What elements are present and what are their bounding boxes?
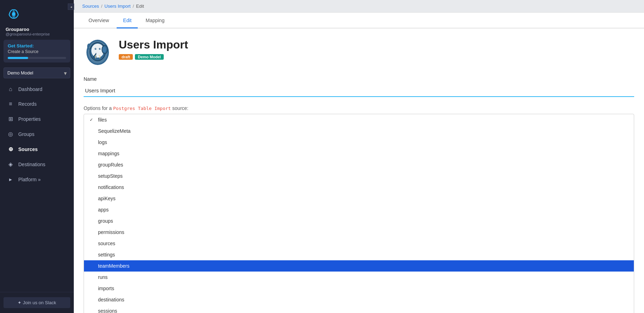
breadcrumb-current: Edit — [136, 4, 144, 9]
list-item[interactable]: apps — [84, 204, 634, 215]
dropdown-item-label: setupSteps — [98, 173, 123, 179]
list-item[interactable]: settings — [84, 249, 634, 260]
name-label: Name — [84, 76, 634, 82]
dropdown-item-label: teamMembers — [98, 263, 129, 269]
sidebar-collapse-button[interactable]: ◂ — [68, 4, 74, 10]
dropdown-item-label: destinations — [98, 297, 124, 302]
progress-bar-background — [8, 57, 66, 59]
sidebar-user-info: Grouparoo @grouparoo/ui-enterprise — [0, 25, 74, 40]
tab-edit[interactable]: Edit — [117, 13, 138, 28]
list-item[interactable]: sessions — [84, 305, 634, 313]
dropdown-item-label: notifications — [98, 184, 124, 190]
sidebar-item-label: Properties — [18, 116, 41, 122]
svg-point-9 — [100, 48, 100, 49]
list-item[interactable]: permissions — [84, 227, 634, 238]
sidebar-item-platform[interactable]: ▸ Platform » — [0, 172, 74, 187]
user-handle: @grouparoo/ui-enterprise — [6, 32, 68, 36]
svg-point-8 — [96, 48, 96, 49]
sidebar-item-sources[interactable]: ⊕ Sources — [0, 142, 74, 157]
sidebar-footer: ✦ Join us on Slack — [0, 292, 74, 313]
sidebar-header: ◂ — [0, 0, 74, 25]
tab-mapping[interactable]: Mapping — [139, 13, 171, 28]
dropdown-item-label: mappings — [98, 151, 119, 156]
dropdown-item-label: SequelizeMeta — [98, 128, 131, 134]
get-started-box: Get Started: Create a Source — [4, 40, 70, 63]
dropdown-item-label: sources — [98, 241, 115, 246]
options-label-suffix: source: — [172, 105, 188, 111]
get-started-subtitle: Create a Source — [8, 49, 66, 54]
dropdown-item-label: settings — [98, 252, 115, 257]
list-item[interactable]: groups — [84, 215, 634, 227]
badge-draft: draft — [119, 54, 133, 60]
sidebar-nav: ⌂ Dashboard ≡ Records ⊞ Properties ◎ Gro… — [0, 82, 74, 292]
list-item[interactable]: teamMembers — [84, 260, 634, 272]
user-name: Grouparoo — [6, 27, 68, 32]
list-item[interactable]: sources — [84, 238, 634, 249]
list-item[interactable]: groupRules — [84, 159, 634, 170]
dropdown-item-label: imports — [98, 286, 114, 291]
get-started-title: Get Started: — [8, 43, 66, 48]
name-form-section: Name — [84, 76, 634, 97]
list-item[interactable]: SequelizeMeta — [84, 125, 634, 137]
model-select[interactable]: Demo Model Other Model — [4, 67, 70, 78]
dropdown-item-label: apiKeys — [98, 196, 116, 201]
source-header: Users Import draft Demo Model — [84, 38, 634, 66]
list-item[interactable]: apiKeys — [84, 193, 634, 204]
dropdown-item-label: permissions — [98, 229, 124, 235]
records-icon: ≡ — [7, 101, 14, 107]
dropdown-item-label: groupRules — [98, 162, 123, 168]
destinations-icon: ◈ — [7, 161, 14, 168]
grouparoo-logo — [6, 5, 22, 21]
sidebar-item-destinations[interactable]: ◈ Destinations — [0, 157, 74, 172]
svg-point-11 — [103, 47, 106, 52]
source-title: Users Import — [119, 38, 188, 51]
content-area: Users Import draft Demo Model Name Optio… — [74, 28, 644, 313]
dropdown-item-label: groups — [98, 218, 113, 224]
breadcrumb-sources[interactable]: Sources — [82, 4, 99, 9]
source-badges: draft Demo Model — [119, 54, 188, 60]
breadcrumb-users-import[interactable]: Users Import — [104, 4, 130, 9]
dashboard-icon: ⌂ — [7, 86, 14, 92]
name-input[interactable] — [84, 85, 634, 97]
sidebar-item-label: Groups — [18, 131, 34, 137]
sidebar-item-label: Dashboard — [18, 86, 43, 92]
groups-icon: ◎ — [7, 131, 14, 137]
postgres-logo — [84, 38, 112, 66]
sources-icon: ⊕ — [7, 146, 14, 152]
model-select-wrapper[interactable]: Demo Model Other Model — [4, 67, 70, 78]
list-item[interactable]: logs — [84, 137, 634, 148]
source-info: Users Import draft Demo Model — [119, 38, 188, 60]
tabs-bar: Overview Edit Mapping — [74, 13, 644, 28]
slack-button[interactable]: ✦ Join us on Slack — [4, 297, 70, 308]
options-form-section: Options for a Postgres Table Import sour… — [84, 105, 634, 313]
sidebar-item-dashboard[interactable]: ⌂ Dashboard — [0, 82, 74, 97]
list-item[interactable]: notifications — [84, 182, 634, 193]
table-dropdown-list[interactable]: ✓filesSequelizeMetalogsmappingsgroupRule… — [84, 114, 634, 313]
sidebar-item-label: Sources — [18, 146, 38, 152]
properties-icon: ⊞ — [7, 116, 14, 122]
sidebar-item-label: Records — [18, 101, 37, 107]
sidebar-item-records[interactable]: ≡ Records — [0, 97, 74, 111]
check-mark-icon: ✓ — [90, 117, 95, 122]
list-item[interactable]: mappings — [84, 148, 634, 159]
platform-icon: ▸ — [7, 176, 14, 183]
list-item[interactable]: destinations — [84, 294, 634, 305]
sidebar-item-properties[interactable]: ⊞ Properties — [0, 111, 74, 126]
list-item[interactable]: ✓files — [84, 114, 634, 125]
slack-label: ✦ Join us on Slack — [18, 300, 56, 305]
dropdown-item-label: runs — [98, 274, 108, 280]
dropdown-item-label: sessions — [98, 308, 117, 313]
dropdown-item-label: apps — [98, 207, 109, 213]
main-content: Sources / Users Import / Edit Overview E… — [74, 0, 644, 313]
sidebar: ◂ Grouparoo @grouparoo/ui-enterprise Get… — [0, 0, 74, 313]
sidebar-item-label: Destinations — [18, 162, 45, 167]
list-item[interactable]: imports — [84, 283, 634, 294]
list-item[interactable]: setupSteps — [84, 170, 634, 182]
sidebar-item-groups[interactable]: ◎ Groups — [0, 126, 74, 142]
options-source-type: Postgres Table Import — [113, 106, 171, 111]
sidebar-item-label: Platform » — [18, 177, 41, 182]
breadcrumb-sep-2: / — [133, 4, 134, 9]
tab-overview[interactable]: Overview — [82, 13, 115, 28]
dropdown-item-label: files — [98, 117, 107, 123]
list-item[interactable]: runs — [84, 272, 634, 283]
